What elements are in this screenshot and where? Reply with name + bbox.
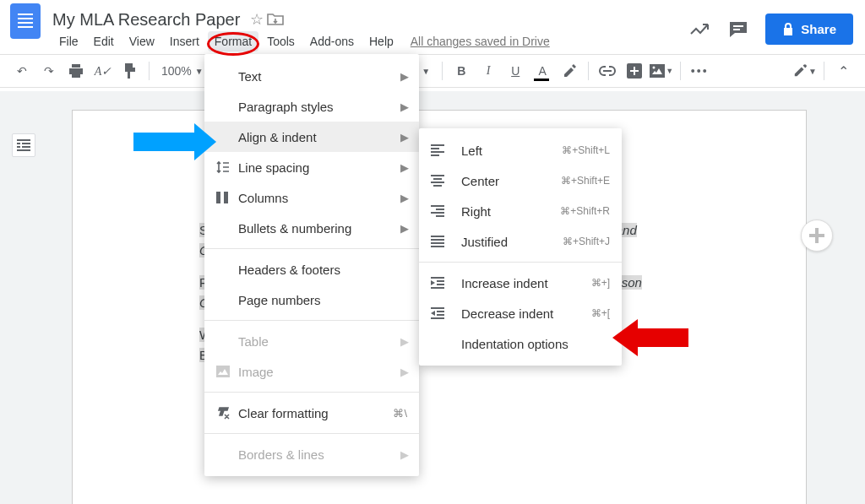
indent-increase-icon <box>431 277 453 289</box>
explore-button[interactable] <box>801 219 833 252</box>
menu-format[interactable]: Format <box>208 31 258 51</box>
undo-button[interactable]: ↶ <box>10 59 34 83</box>
svg-rect-16 <box>431 277 444 279</box>
align-center[interactable]: Center⌘+Shift+E <box>419 165 622 196</box>
align-left-icon <box>431 144 453 156</box>
format-dropdown: Text▶ Paragraph styles▶ Align & indent▶ … <box>204 54 419 476</box>
svg-rect-1 <box>733 29 740 30</box>
align-justify-icon <box>431 236 453 247</box>
svg-rect-9 <box>22 146 30 148</box>
bold-button[interactable]: B <box>449 59 473 83</box>
svg-rect-18 <box>437 284 444 285</box>
indent-decrease-icon <box>431 307 453 319</box>
move-folder-icon[interactable] <box>267 13 284 26</box>
indentation-options[interactable]: Indentation options <box>419 328 622 359</box>
svg-rect-12 <box>809 234 824 237</box>
svg-rect-21 <box>437 311 444 312</box>
annotation-blue-arrow <box>133 123 216 160</box>
svg-rect-23 <box>431 317 444 319</box>
menu-addons[interactable]: Add-ons <box>303 31 361 51</box>
docs-logo-icon[interactable] <box>10 3 41 39</box>
svg-rect-3 <box>650 64 665 78</box>
decrease-indent[interactable]: Decrease indent⌘+[ <box>419 298 622 328</box>
menu-insert[interactable]: Insert <box>163 31 206 51</box>
columns-icon <box>216 192 238 203</box>
svg-rect-8 <box>17 146 20 148</box>
spellcheck-button[interactable]: A✓ <box>91 59 115 83</box>
format-align-indent[interactable]: Align & indent▶ <box>204 122 419 152</box>
svg-rect-5 <box>17 139 30 141</box>
paint-format-button[interactable] <box>118 59 142 83</box>
align-right-icon <box>431 205 453 217</box>
print-button[interactable] <box>64 59 88 83</box>
format-table: Table▶ <box>204 326 419 356</box>
format-page-numbers[interactable]: Page numbers <box>204 285 419 315</box>
increase-indent[interactable]: Increase indent⌘+] <box>419 268 622 298</box>
align-center-icon <box>431 175 453 187</box>
align-right[interactable]: Right⌘+Shift+R <box>419 196 622 226</box>
line-spacing-icon <box>216 160 238 174</box>
svg-rect-17 <box>437 280 444 282</box>
menu-edit[interactable]: Edit <box>87 31 121 51</box>
trend-icon[interactable] <box>689 22 711 37</box>
svg-point-4 <box>653 67 656 69</box>
svg-rect-22 <box>437 314 444 316</box>
svg-rect-20 <box>431 307 444 309</box>
star-icon[interactable]: ☆ <box>250 10 264 29</box>
toolbar: ↶ ↷ A✓ 100% ▼ 11 ▼ B I U A ▼ ••• ▼ ⌃ <box>0 54 865 88</box>
svg-rect-13 <box>216 192 220 203</box>
format-columns[interactable]: Columns▶ <box>204 182 419 213</box>
format-bullets-numbering[interactable]: Bullets & numbering▶ <box>204 213 419 243</box>
format-headers-footers[interactable]: Headers & footers <box>204 254 419 285</box>
format-clear-formatting[interactable]: Clear formatting⌘\ <box>204 398 419 428</box>
zoom-selector[interactable]: 100% ▼ <box>156 64 209 78</box>
format-line-spacing[interactable]: Line spacing▶ <box>204 152 419 182</box>
menu-help[interactable]: Help <box>362 31 400 51</box>
align-justified[interactable]: Justified⌘+Shift+J <box>419 226 622 257</box>
insert-image-button[interactable]: ▼ <box>650 59 673 83</box>
hide-menus-button[interactable]: ⌃ <box>831 59 855 83</box>
format-text[interactable]: Text▶ <box>204 61 419 91</box>
menu-view[interactable]: View <box>122 31 161 51</box>
italic-button[interactable]: I <box>476 59 500 83</box>
highlight-button[interactable] <box>558 59 581 83</box>
save-status[interactable]: All changes saved in Drive <box>411 35 550 48</box>
format-borders-lines: Borders & lines▶ <box>204 439 419 469</box>
svg-rect-0 <box>733 25 743 27</box>
insert-link-button[interactable] <box>596 59 619 83</box>
document-title[interactable]: My MLA Research Paper <box>52 10 240 30</box>
clear-format-icon <box>216 406 238 420</box>
format-paragraph-styles[interactable]: Paragraph styles▶ <box>204 91 419 122</box>
format-image: Image▶ <box>204 356 419 387</box>
svg-rect-10 <box>17 149 30 151</box>
editing-mode-button[interactable]: ▼ <box>793 59 817 83</box>
comment-history-icon[interactable] <box>728 20 748 39</box>
svg-rect-15 <box>216 366 230 377</box>
menu-tools[interactable]: Tools <box>260 31 302 51</box>
menu-file[interactable]: File <box>52 31 85 51</box>
add-comment-button[interactable] <box>623 59 646 83</box>
annotation-red-arrow <box>612 319 688 356</box>
redo-button[interactable]: ↷ <box>37 59 61 83</box>
align-left[interactable]: Left⌘+Shift+L <box>419 135 622 165</box>
text-color-button[interactable]: A <box>530 59 554 83</box>
underline-button[interactable]: U <box>503 59 527 83</box>
svg-rect-7 <box>22 143 30 144</box>
share-button[interactable]: Share <box>765 14 853 45</box>
svg-rect-14 <box>224 192 228 203</box>
more-toolbar-button[interactable]: ••• <box>688 59 711 83</box>
share-button-label: Share <box>801 22 836 36</box>
image-icon <box>216 366 238 377</box>
svg-rect-6 <box>17 143 20 144</box>
svg-rect-19 <box>431 287 444 289</box>
lock-icon <box>782 23 794 36</box>
outline-toggle-button[interactable] <box>12 133 35 157</box>
align-indent-submenu: Left⌘+Shift+L Center⌘+Shift+E Right⌘+Shi… <box>419 128 622 366</box>
